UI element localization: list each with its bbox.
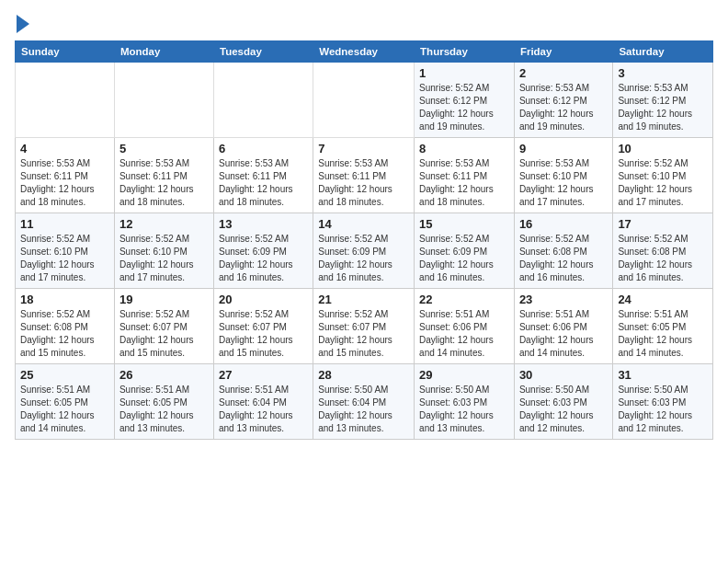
- calendar-cell: 4Sunrise: 5:53 AM Sunset: 6:11 PM Daylig…: [16, 138, 115, 213]
- week-row-4: 18Sunrise: 5:52 AM Sunset: 6:08 PM Dayli…: [16, 289, 713, 364]
- day-detail: Sunrise: 5:51 AM Sunset: 6:05 PM Dayligh…: [20, 384, 109, 435]
- day-number: 27: [219, 368, 308, 382]
- day-detail: Sunrise: 5:53 AM Sunset: 6:11 PM Dayligh…: [318, 157, 409, 209]
- calendar-cell: 8Sunrise: 5:53 AM Sunset: 6:11 PM Daylig…: [415, 138, 515, 213]
- day-detail: Sunrise: 5:51 AM Sunset: 6:05 PM Dayligh…: [119, 384, 209, 435]
- day-number: 21: [318, 293, 409, 306]
- day-number: 26: [119, 368, 209, 382]
- logo: [15, 15, 29, 33]
- calendar-cell: 21Sunrise: 5:52 AM Sunset: 6:07 PM Dayli…: [313, 289, 415, 364]
- day-detail: Sunrise: 5:52 AM Sunset: 6:10 PM Dayligh…: [618, 157, 708, 209]
- day-detail: Sunrise: 5:53 AM Sunset: 6:12 PM Dayligh…: [519, 82, 609, 133]
- day-detail: Sunrise: 5:53 AM Sunset: 6:11 PM Dayligh…: [219, 157, 308, 209]
- day-number: 19: [119, 293, 209, 306]
- day-number: 23: [519, 293, 609, 306]
- weekday-row: SundayMondayTuesdayWednesdayThursdayFrid…: [16, 41, 713, 63]
- week-row-3: 11Sunrise: 5:52 AM Sunset: 6:10 PM Dayli…: [16, 213, 713, 289]
- day-detail: Sunrise: 5:50 AM Sunset: 6:03 PM Dayligh…: [419, 384, 509, 435]
- calendar-header: SundayMondayTuesdayWednesdayThursdayFrid…: [16, 41, 713, 63]
- day-number: 4: [20, 142, 109, 155]
- day-detail: Sunrise: 5:52 AM Sunset: 6:10 PM Dayligh…: [20, 233, 109, 284]
- day-detail: Sunrise: 5:52 AM Sunset: 6:09 PM Dayligh…: [219, 233, 308, 284]
- calendar-cell: 12Sunrise: 5:52 AM Sunset: 6:10 PM Dayli…: [114, 213, 213, 289]
- calendar-cell: 30Sunrise: 5:50 AM Sunset: 6:03 PM Dayli…: [514, 364, 613, 440]
- calendar-cell: 20Sunrise: 5:52 AM Sunset: 6:07 PM Dayli…: [213, 289, 313, 364]
- day-detail: Sunrise: 5:51 AM Sunset: 6:06 PM Dayligh…: [519, 308, 609, 360]
- week-row-1: 1Sunrise: 5:52 AM Sunset: 6:12 PM Daylig…: [16, 63, 713, 138]
- day-number: 12: [119, 217, 209, 231]
- day-number: 1: [419, 66, 509, 80]
- weekday-monday: Monday: [114, 41, 213, 63]
- calendar-cell: 7Sunrise: 5:53 AM Sunset: 6:11 PM Daylig…: [313, 138, 415, 213]
- day-number: 14: [318, 217, 409, 231]
- weekday-tuesday: Tuesday: [213, 41, 313, 63]
- calendar-cell: 26Sunrise: 5:51 AM Sunset: 6:05 PM Dayli…: [114, 364, 213, 440]
- day-detail: Sunrise: 5:52 AM Sunset: 6:07 PM Dayligh…: [219, 308, 308, 360]
- day-detail: Sunrise: 5:52 AM Sunset: 6:08 PM Dayligh…: [618, 233, 708, 284]
- calendar-cell: 1Sunrise: 5:52 AM Sunset: 6:12 PM Daylig…: [415, 63, 515, 138]
- day-detail: Sunrise: 5:53 AM Sunset: 6:12 PM Dayligh…: [618, 82, 708, 133]
- calendar-cell: 22Sunrise: 5:51 AM Sunset: 6:06 PM Dayli…: [415, 289, 515, 364]
- weekday-friday: Friday: [514, 41, 613, 63]
- day-detail: Sunrise: 5:53 AM Sunset: 6:10 PM Dayligh…: [519, 157, 609, 209]
- day-detail: Sunrise: 5:52 AM Sunset: 6:07 PM Dayligh…: [119, 308, 209, 360]
- calendar-cell: 29Sunrise: 5:50 AM Sunset: 6:03 PM Dayli…: [415, 364, 515, 440]
- week-row-5: 25Sunrise: 5:51 AM Sunset: 6:05 PM Dayli…: [16, 364, 713, 440]
- calendar-cell: 2Sunrise: 5:53 AM Sunset: 6:12 PM Daylig…: [514, 63, 613, 138]
- day-detail: Sunrise: 5:51 AM Sunset: 6:06 PM Dayligh…: [419, 308, 509, 360]
- day-number: 18: [20, 293, 109, 306]
- calendar-cell: 27Sunrise: 5:51 AM Sunset: 6:04 PM Dayli…: [213, 364, 313, 440]
- day-detail: Sunrise: 5:53 AM Sunset: 6:11 PM Dayligh…: [419, 157, 509, 209]
- day-detail: Sunrise: 5:50 AM Sunset: 6:03 PM Dayligh…: [519, 384, 609, 435]
- day-number: 25: [20, 368, 109, 382]
- day-detail: Sunrise: 5:52 AM Sunset: 6:10 PM Dayligh…: [119, 233, 209, 284]
- calendar-table: SundayMondayTuesdayWednesdayThursdayFrid…: [15, 40, 713, 440]
- day-number: 31: [618, 368, 708, 382]
- calendar-cell: 3Sunrise: 5:53 AM Sunset: 6:12 PM Daylig…: [613, 63, 713, 138]
- day-detail: Sunrise: 5:52 AM Sunset: 6:09 PM Dayligh…: [318, 233, 409, 284]
- day-detail: Sunrise: 5:50 AM Sunset: 6:04 PM Dayligh…: [318, 384, 409, 435]
- calendar-cell: 16Sunrise: 5:52 AM Sunset: 6:08 PM Dayli…: [514, 213, 613, 289]
- day-detail: Sunrise: 5:52 AM Sunset: 6:08 PM Dayligh…: [519, 233, 609, 284]
- day-number: 17: [618, 217, 708, 231]
- calendar-cell: [213, 63, 313, 138]
- day-detail: Sunrise: 5:51 AM Sunset: 6:04 PM Dayligh…: [219, 384, 308, 435]
- day-number: 3: [618, 66, 708, 80]
- day-detail: Sunrise: 5:52 AM Sunset: 6:08 PM Dayligh…: [20, 308, 109, 360]
- calendar-cell: [16, 63, 115, 138]
- weekday-thursday: Thursday: [415, 41, 515, 63]
- day-number: 22: [419, 293, 509, 306]
- calendar-cell: 10Sunrise: 5:52 AM Sunset: 6:10 PM Dayli…: [613, 138, 713, 213]
- weekday-saturday: Saturday: [613, 41, 713, 63]
- day-detail: Sunrise: 5:51 AM Sunset: 6:05 PM Dayligh…: [618, 308, 708, 360]
- calendar-cell: 18Sunrise: 5:52 AM Sunset: 6:08 PM Dayli…: [16, 289, 115, 364]
- calendar-cell: 28Sunrise: 5:50 AM Sunset: 6:04 PM Dayli…: [313, 364, 415, 440]
- calendar-cell: 13Sunrise: 5:52 AM Sunset: 6:09 PM Dayli…: [213, 213, 313, 289]
- calendar-cell: 23Sunrise: 5:51 AM Sunset: 6:06 PM Dayli…: [514, 289, 613, 364]
- day-number: 10: [618, 142, 708, 155]
- day-number: 29: [419, 368, 509, 382]
- logo-arrow-icon: [17, 15, 29, 33]
- calendar-cell: 5Sunrise: 5:53 AM Sunset: 6:11 PM Daylig…: [114, 138, 213, 213]
- calendar-body: 1Sunrise: 5:52 AM Sunset: 6:12 PM Daylig…: [16, 63, 713, 440]
- day-number: 7: [318, 142, 409, 155]
- calendar-cell: 25Sunrise: 5:51 AM Sunset: 6:05 PM Dayli…: [16, 364, 115, 440]
- week-row-2: 4Sunrise: 5:53 AM Sunset: 6:11 PM Daylig…: [16, 138, 713, 213]
- day-detail: Sunrise: 5:52 AM Sunset: 6:09 PM Dayligh…: [419, 233, 509, 284]
- day-detail: Sunrise: 5:53 AM Sunset: 6:11 PM Dayligh…: [119, 157, 209, 209]
- day-number: 2: [519, 66, 609, 80]
- calendar-cell: 14Sunrise: 5:52 AM Sunset: 6:09 PM Dayli…: [313, 213, 415, 289]
- day-number: 13: [219, 217, 308, 231]
- day-detail: Sunrise: 5:53 AM Sunset: 6:11 PM Dayligh…: [20, 157, 109, 209]
- weekday-sunday: Sunday: [16, 41, 115, 63]
- day-number: 24: [618, 293, 708, 306]
- calendar-cell: 31Sunrise: 5:50 AM Sunset: 6:03 PM Dayli…: [613, 364, 713, 440]
- day-number: 15: [419, 217, 509, 231]
- day-number: 30: [519, 368, 609, 382]
- calendar-cell: 24Sunrise: 5:51 AM Sunset: 6:05 PM Dayli…: [613, 289, 713, 364]
- day-number: 20: [219, 293, 308, 306]
- calendar-cell: 19Sunrise: 5:52 AM Sunset: 6:07 PM Dayli…: [114, 289, 213, 364]
- day-number: 8: [419, 142, 509, 155]
- calendar-cell: 15Sunrise: 5:52 AM Sunset: 6:09 PM Dayli…: [415, 213, 515, 289]
- day-detail: Sunrise: 5:50 AM Sunset: 6:03 PM Dayligh…: [618, 384, 708, 435]
